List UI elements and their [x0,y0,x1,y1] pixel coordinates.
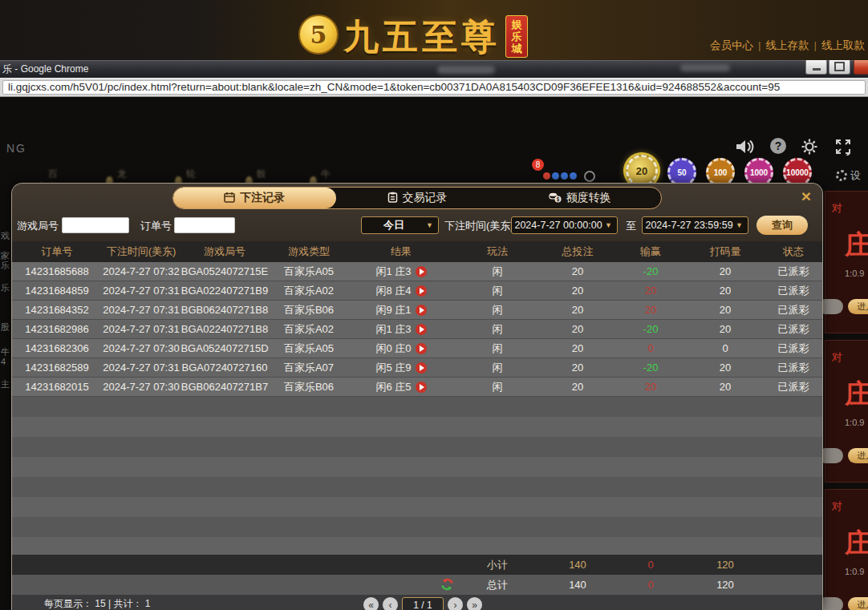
replay-button[interactable] [416,324,427,335]
window-maximize-button[interactable] [829,60,850,75]
cell-round: BGB062407271B7 [180,381,269,393]
order-input[interactable] [174,217,235,233]
cell-status: 已派彩 [763,265,823,279]
tab-quota-transfer[interactable]: $额度转换 [498,188,661,208]
window-titlebar [0,60,868,78]
notification-badge: 8 [532,159,544,171]
pagination: «‹1 / 1›» [363,597,482,610]
column-header: 订单号 [12,244,102,259]
cell-bet: 20 [541,362,614,374]
sidebar-fragment: 牛4 [1,347,12,366]
cell-time: 2024-7-27 07:30 [102,381,180,393]
window-close-button[interactable] [854,60,868,75]
cell-winloss: -20 [614,362,688,374]
cell-turnover: 20 [688,304,763,316]
replay-button[interactable] [416,362,427,374]
sidebar-fragment: 股 [1,322,12,332]
date-from-select[interactable]: 2024-7-27 00:00:00 ▼ [511,216,618,234]
cell-turnover: 0 [688,342,763,354]
odds-label: 1:0.9 [845,269,864,278]
badge-char: 乐 [512,30,522,42]
volume-icon[interactable] [735,138,754,159]
member-link[interactable]: 线上取款 [821,39,865,51]
chevron-down-icon: ▼ [736,221,743,229]
last-page-button[interactable]: » [467,597,482,610]
next-page-button[interactable]: › [448,597,463,610]
help-icon[interactable]: ? [770,138,786,154]
search-icon[interactable] [584,171,595,182]
search-button[interactable]: 查询 [756,216,808,235]
member-link[interactable]: 会员中心 [710,39,753,51]
cell-result: 闲1 庄3 [349,322,453,337]
table-body: 142316856882024-7-27 07:32BGA0524072715E… [12,262,823,397]
cell-round: BGA0524072715E [180,265,269,277]
fullscreen-icon[interactable] [834,138,852,159]
chip-20[interactable]: 20 [626,155,658,187]
calendar-icon [224,192,235,205]
nav-separator: | [758,39,761,51]
cell-bet: 20 [541,342,614,354]
replay-button[interactable] [416,343,427,354]
tab-bet-records[interactable]: 下注记录 [173,188,336,208]
provider-logo-fragment: NG [6,142,26,155]
coin-logo-icon: 5 [298,14,339,55]
game-round-input[interactable] [62,217,129,233]
table-row: 142316843522024-7-27 07:31BGB062407271B8… [12,301,823,320]
cell-status: 已派彩 [763,361,823,375]
cell-status: 已派彩 [763,380,823,394]
tab-label: 下注记录 [240,191,285,205]
refresh-icon[interactable] [440,578,454,591]
prev-page-button[interactable]: ‹ [383,597,398,610]
sum-bet: 140 [541,559,614,571]
clipboard-icon [387,192,398,205]
cell-play: 闲 [453,361,541,375]
member-link[interactable]: 线上存款 [765,39,809,51]
tab-transaction-records[interactable]: 交易记录 [336,188,499,208]
enter-table-button[interactable]: 进入 [848,597,868,610]
cell-play: 闲 [453,341,541,356]
enter-table-button[interactable]: 进入 [848,299,868,314]
cell-bet: 20 [541,304,614,316]
gear-icon[interactable] [801,138,818,159]
date-to-select[interactable]: 2024-7-27 23:59:59 ▼ [642,216,748,234]
url-input[interactable]: li.gqjcxs.com/h5V01/pc/index.html?return… [2,80,866,95]
chip-settings-button[interactable]: 设 [836,168,861,183]
cell-result: 闲6 庄5 [349,380,453,394]
first-page-button[interactable]: « [363,597,379,610]
cell-time: 2024-7-27 07:30 [102,342,180,354]
replay-button[interactable] [416,266,427,277]
page-size-label: 每页显示： 15 | 共计： 1 [44,597,150,610]
site-header: 5 九五至尊 娱乐城 会员中心|线上存款|线上取款 [0,0,868,60]
bead-dot [552,172,559,180]
cell-play: 闲 [453,303,541,317]
cell-winloss: 20 [614,304,688,316]
cell-turnover: 20 [688,362,763,374]
odds-label: 1:0.9 [845,418,864,427]
pair-label: 对 [832,350,842,365]
column-header: 打码量 [688,244,763,259]
sum-bet: 140 [541,579,614,591]
cell-time: 2024-7-27 07:31 [102,362,180,374]
banker-label: 庄 [845,227,868,264]
cell-result: 闲9 庄1 [349,303,453,317]
sidebar-fragment: 家乐 [1,251,12,270]
tab-label: 额度转换 [566,191,611,205]
replay-button[interactable] [416,305,427,316]
cell-status: 已派彩 [763,303,823,317]
titlebar-smudge [437,66,495,74]
column-header: 游戏类型 [269,244,349,259]
date-range-select[interactable]: 今日 ▼ [361,216,439,234]
close-icon[interactable]: × [801,187,811,206]
sum-label: 小计 [453,558,541,572]
cell-order: 14231684859 [12,285,102,297]
replay-button[interactable] [416,382,427,393]
replay-button[interactable] [416,285,427,297]
screen: 5 九五至尊 娱乐城 会员中心|线上存款|线上取款 乐 - Google Chr… [0,0,868,610]
coins-icon: $ [549,192,562,205]
column-header: 总投注 [541,244,614,259]
window-minimize-button[interactable] [805,60,827,75]
bet-records-dialog: 下注记录交易记录$额度转换 × 游戏局号 订单号 今日 ▼ 下注时间(美东) 2… [11,183,823,610]
enter-table-button[interactable]: 进入 [848,448,868,463]
cell-result: 闲8 庄4 [349,284,453,298]
banker-label: 庄 [845,376,868,413]
